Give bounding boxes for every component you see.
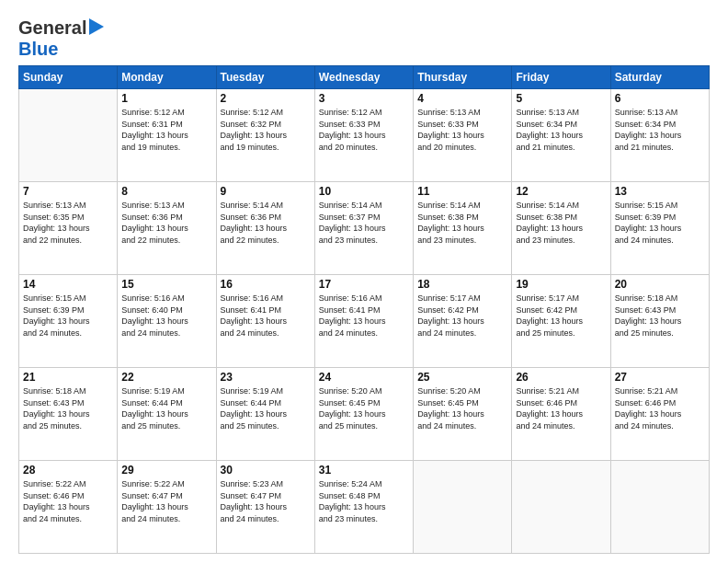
calendar-cell: 11Sunrise: 5:14 AM Sunset: 6:38 PM Dayli… — [414, 182, 512, 275]
day-number: 9 — [221, 185, 311, 198]
calendar-table: SundayMondayTuesdayWednesdayThursdayFrid… — [18, 65, 710, 554]
day-info: Sunrise: 5:14 AM Sunset: 6:36 PM Dayligh… — [221, 200, 311, 246]
day-number: 2 — [221, 92, 311, 105]
calendar-cell: 1Sunrise: 5:12 AM Sunset: 6:31 PM Daylig… — [118, 89, 216, 182]
weekday-header-friday: Friday — [512, 66, 610, 89]
page: General Blue SundayMondayTuesdayWednesda… — [0, 0, 728, 563]
calendar-cell: 7Sunrise: 5:13 AM Sunset: 6:35 PM Daylig… — [19, 182, 118, 275]
day-info: Sunrise: 5:18 AM Sunset: 6:43 PM Dayligh… — [23, 385, 113, 431]
calendar-cell — [19, 89, 118, 182]
calendar-cell — [414, 461, 512, 554]
day-number: 16 — [221, 278, 311, 291]
calendar-cell: 29Sunrise: 5:22 AM Sunset: 6:47 PM Dayli… — [118, 461, 216, 554]
weekday-header-saturday: Saturday — [610, 66, 709, 89]
logo-general: General — [18, 17, 86, 39]
weekday-header-thursday: Thursday — [414, 66, 512, 89]
day-info: Sunrise: 5:16 AM Sunset: 6:41 PM Dayligh… — [221, 293, 311, 339]
day-info: Sunrise: 5:13 AM Sunset: 6:36 PM Dayligh… — [121, 200, 211, 246]
day-info: Sunrise: 5:19 AM Sunset: 6:44 PM Dayligh… — [221, 385, 311, 431]
calendar-cell: 26Sunrise: 5:21 AM Sunset: 6:46 PM Dayli… — [512, 368, 610, 461]
logo: General Blue — [18, 17, 104, 60]
day-info: Sunrise: 5:20 AM Sunset: 6:45 PM Dayligh… — [319, 385, 409, 431]
day-info: Sunrise: 5:16 AM Sunset: 6:41 PM Dayligh… — [319, 293, 409, 339]
week-row-2: 14Sunrise: 5:15 AM Sunset: 6:39 PM Dayli… — [19, 275, 710, 368]
day-info: Sunrise: 5:12 AM Sunset: 6:32 PM Dayligh… — [221, 107, 311, 153]
weekday-header-monday: Monday — [118, 66, 216, 89]
day-info: Sunrise: 5:13 AM Sunset: 6:33 PM Dayligh… — [417, 107, 507, 153]
day-info: Sunrise: 5:17 AM Sunset: 6:42 PM Dayligh… — [516, 293, 606, 339]
day-info: Sunrise: 5:20 AM Sunset: 6:45 PM Dayligh… — [417, 385, 507, 431]
calendar-cell: 6Sunrise: 5:13 AM Sunset: 6:34 PM Daylig… — [610, 89, 709, 182]
day-number: 10 — [319, 185, 409, 198]
week-row-3: 21Sunrise: 5:18 AM Sunset: 6:43 PM Dayli… — [19, 368, 710, 461]
day-number: 20 — [615, 278, 705, 291]
day-info: Sunrise: 5:13 AM Sunset: 6:34 PM Dayligh… — [615, 107, 705, 153]
day-number: 4 — [417, 92, 507, 105]
calendar-cell: 5Sunrise: 5:13 AM Sunset: 6:34 PM Daylig… — [512, 89, 610, 182]
svg-marker-0 — [89, 18, 104, 35]
week-row-0: 1Sunrise: 5:12 AM Sunset: 6:31 PM Daylig… — [19, 89, 710, 182]
day-info: Sunrise: 5:22 AM Sunset: 6:47 PM Dayligh… — [121, 478, 211, 524]
calendar-cell: 20Sunrise: 5:18 AM Sunset: 6:43 PM Dayli… — [610, 275, 709, 368]
weekday-header-wednesday: Wednesday — [314, 66, 413, 89]
day-number: 30 — [221, 464, 311, 477]
day-number: 6 — [615, 92, 705, 105]
day-number: 11 — [417, 185, 507, 198]
day-info: Sunrise: 5:13 AM Sunset: 6:35 PM Dayligh… — [23, 200, 113, 246]
day-info: Sunrise: 5:18 AM Sunset: 6:43 PM Dayligh… — [615, 293, 705, 339]
day-number: 26 — [516, 371, 606, 384]
day-number: 28 — [23, 464, 113, 477]
day-info: Sunrise: 5:17 AM Sunset: 6:42 PM Dayligh… — [417, 293, 507, 339]
day-info: Sunrise: 5:14 AM Sunset: 6:38 PM Dayligh… — [417, 200, 507, 246]
calendar-cell: 4Sunrise: 5:13 AM Sunset: 6:33 PM Daylig… — [414, 89, 512, 182]
calendar-cell: 12Sunrise: 5:14 AM Sunset: 6:38 PM Dayli… — [512, 182, 610, 275]
day-info: Sunrise: 5:21 AM Sunset: 6:46 PM Dayligh… — [615, 385, 705, 431]
header: General Blue — [18, 17, 710, 60]
calendar-cell: 19Sunrise: 5:17 AM Sunset: 6:42 PM Dayli… — [512, 275, 610, 368]
day-number: 15 — [121, 278, 211, 291]
day-number: 29 — [121, 464, 211, 477]
calendar-cell: 3Sunrise: 5:12 AM Sunset: 6:33 PM Daylig… — [314, 89, 413, 182]
day-info: Sunrise: 5:14 AM Sunset: 6:37 PM Dayligh… — [319, 200, 409, 246]
day-info: Sunrise: 5:12 AM Sunset: 6:31 PM Dayligh… — [121, 107, 211, 153]
day-info: Sunrise: 5:22 AM Sunset: 6:46 PM Dayligh… — [23, 478, 113, 524]
day-number: 8 — [121, 185, 211, 198]
day-number: 13 — [615, 185, 705, 198]
calendar-cell: 21Sunrise: 5:18 AM Sunset: 6:43 PM Dayli… — [19, 368, 118, 461]
calendar-cell — [610, 461, 709, 554]
calendar-cell: 23Sunrise: 5:19 AM Sunset: 6:44 PM Dayli… — [216, 368, 314, 461]
logo-blue: Blue — [18, 39, 58, 59]
calendar-cell — [512, 461, 610, 554]
day-number: 23 — [221, 371, 311, 384]
day-number: 3 — [319, 92, 409, 105]
day-info: Sunrise: 5:23 AM Sunset: 6:47 PM Dayligh… — [221, 478, 311, 524]
day-info: Sunrise: 5:21 AM Sunset: 6:46 PM Dayligh… — [516, 385, 606, 431]
day-number: 21 — [23, 371, 113, 384]
calendar-cell: 27Sunrise: 5:21 AM Sunset: 6:46 PM Dayli… — [610, 368, 709, 461]
day-number: 1 — [121, 92, 211, 105]
calendar-cell: 24Sunrise: 5:20 AM Sunset: 6:45 PM Dayli… — [314, 368, 413, 461]
day-number: 27 — [615, 371, 705, 384]
day-info: Sunrise: 5:16 AM Sunset: 6:40 PM Dayligh… — [121, 293, 211, 339]
day-info: Sunrise: 5:24 AM Sunset: 6:48 PM Dayligh… — [319, 478, 409, 524]
calendar-cell: 31Sunrise: 5:24 AM Sunset: 6:48 PM Dayli… — [314, 461, 413, 554]
weekday-header-tuesday: Tuesday — [216, 66, 314, 89]
calendar-cell: 30Sunrise: 5:23 AM Sunset: 6:47 PM Dayli… — [216, 461, 314, 554]
day-number: 5 — [516, 92, 606, 105]
day-number: 17 — [319, 278, 409, 291]
calendar-cell: 28Sunrise: 5:22 AM Sunset: 6:46 PM Dayli… — [19, 461, 118, 554]
day-number: 25 — [417, 371, 507, 384]
day-number: 7 — [23, 185, 113, 198]
day-info: Sunrise: 5:15 AM Sunset: 6:39 PM Dayligh… — [23, 293, 113, 339]
week-row-1: 7Sunrise: 5:13 AM Sunset: 6:35 PM Daylig… — [19, 182, 710, 275]
day-number: 12 — [516, 185, 606, 198]
day-info: Sunrise: 5:14 AM Sunset: 6:38 PM Dayligh… — [516, 200, 606, 246]
day-info: Sunrise: 5:13 AM Sunset: 6:34 PM Dayligh… — [516, 107, 606, 153]
calendar-cell: 14Sunrise: 5:15 AM Sunset: 6:39 PM Dayli… — [19, 275, 118, 368]
calendar-cell: 25Sunrise: 5:20 AM Sunset: 6:45 PM Dayli… — [414, 368, 512, 461]
calendar-cell: 10Sunrise: 5:14 AM Sunset: 6:37 PM Dayli… — [314, 182, 413, 275]
calendar-cell: 16Sunrise: 5:16 AM Sunset: 6:41 PM Dayli… — [216, 275, 314, 368]
day-number: 24 — [319, 371, 409, 384]
day-number: 22 — [121, 371, 211, 384]
day-number: 31 — [319, 464, 409, 477]
